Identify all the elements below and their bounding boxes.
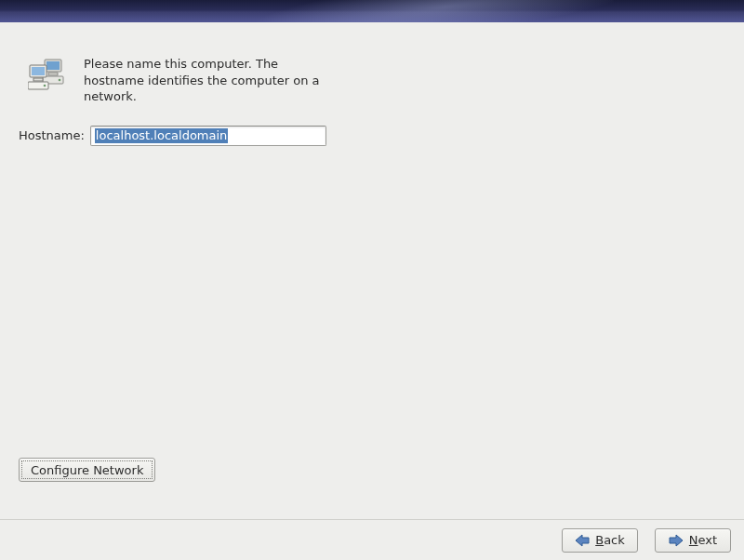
- hostname-value-selected: localhost.localdomain: [95, 128, 228, 143]
- hostname-row: Hostname: localhost.localdomain: [19, 126, 725, 146]
- svg-marker-10: [576, 535, 589, 546]
- intro-text: Please name this computer. The hostname …: [84, 56, 335, 105]
- arrow-right-icon: [669, 534, 684, 547]
- computers-icon: [28, 58, 71, 93]
- svg-rect-1: [46, 61, 60, 70]
- content-area: Please name this computer. The hostname …: [0, 22, 744, 519]
- hostname-label: Hostname:: [19, 128, 85, 142]
- back-label: Back: [595, 533, 625, 547]
- svg-point-9: [44, 85, 46, 87]
- back-button[interactable]: Back: [562, 528, 638, 553]
- arrow-left-icon: [575, 534, 590, 547]
- svg-rect-2: [48, 73, 58, 75]
- installer-window: Please name this computer. The hostname …: [0, 0, 744, 560]
- intro-block: Please name this computer. The hostname …: [19, 56, 725, 105]
- configure-network-label: Configure Network: [31, 463, 143, 477]
- next-button[interactable]: Next: [655, 528, 731, 553]
- svg-rect-6: [32, 67, 45, 75]
- header-banner: [0, 0, 744, 22]
- footer-bar: Back Next: [0, 519, 744, 560]
- svg-point-4: [59, 79, 61, 82]
- svg-marker-11: [670, 535, 683, 546]
- configure-network-wrap: Configure Network: [19, 458, 155, 482]
- configure-network-button[interactable]: Configure Network: [19, 458, 155, 482]
- next-label: Next: [689, 533, 717, 547]
- hostname-input[interactable]: localhost.localdomain: [90, 126, 326, 146]
- svg-rect-7: [33, 78, 43, 81]
